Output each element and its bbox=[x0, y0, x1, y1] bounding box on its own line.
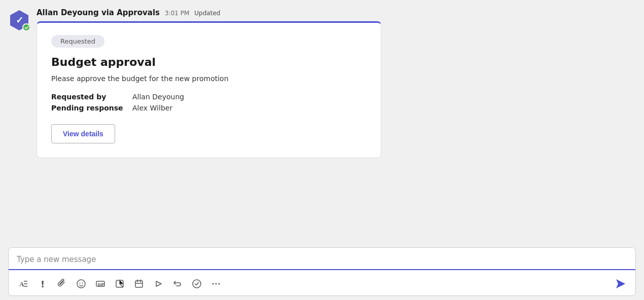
card-meta: Requested by Allan Deyoung Pending respo… bbox=[51, 93, 367, 112]
send-button[interactable] bbox=[612, 275, 629, 292]
svg-point-8 bbox=[82, 283, 83, 284]
svg-marker-16 bbox=[156, 281, 161, 286]
svg-point-7 bbox=[80, 283, 81, 284]
svg-text:✓: ✓ bbox=[16, 15, 23, 25]
svg-text:GIF: GIF bbox=[98, 283, 104, 287]
task-icon[interactable] bbox=[188, 275, 205, 292]
message-updated: Updated bbox=[194, 10, 220, 17]
schedule-icon[interactable] bbox=[130, 275, 148, 292]
svg-rect-12 bbox=[135, 281, 142, 287]
card-description: Please approve the budget for the new pr… bbox=[51, 74, 367, 83]
status-badge: Requested bbox=[51, 35, 104, 48]
priority-icon[interactable]: ! bbox=[34, 275, 51, 292]
sender-name: Allan Deyoung via Approvals bbox=[37, 8, 160, 17]
svg-point-6 bbox=[77, 280, 85, 288]
message-time: 3:01 PM bbox=[165, 10, 189, 17]
svg-point-17 bbox=[193, 280, 201, 288]
requested-by-label: Requested by bbox=[51, 93, 132, 101]
view-details-button[interactable]: View details bbox=[51, 124, 115, 143]
svg-text:A: A bbox=[19, 280, 24, 288]
svg-point-19 bbox=[216, 283, 217, 285]
sender-avatar: ✓ bbox=[8, 9, 30, 31]
svg-point-20 bbox=[219, 283, 220, 285]
message-input[interactable] bbox=[9, 248, 635, 270]
sticker-icon[interactable] bbox=[111, 275, 128, 292]
card-title: Budget approval bbox=[51, 56, 367, 68]
svg-point-18 bbox=[212, 283, 214, 285]
more-options-icon[interactable] bbox=[207, 275, 225, 292]
gif-icon[interactable]: GIF bbox=[92, 275, 109, 292]
format-text-icon[interactable]: A bbox=[15, 275, 32, 292]
message-header: Allan Deyoung via Approvals 3:01 PM Upda… bbox=[37, 8, 407, 17]
emoji-icon[interactable] bbox=[73, 275, 90, 292]
chat-input-container: A ! GIF bbox=[8, 247, 636, 296]
online-badge bbox=[22, 23, 30, 31]
audio-message-icon[interactable] bbox=[150, 275, 167, 292]
pending-response-label: Pending response bbox=[51, 104, 132, 112]
attach-icon[interactable] bbox=[53, 275, 70, 292]
approval-card: Requested Budget approval Please approve… bbox=[37, 21, 381, 158]
loop-icon[interactable] bbox=[169, 275, 186, 292]
pending-response-value: Alex Wilber bbox=[132, 104, 367, 112]
chat-toolbar: A ! GIF bbox=[9, 272, 635, 295]
requested-by-value: Allan Deyoung bbox=[132, 93, 367, 101]
